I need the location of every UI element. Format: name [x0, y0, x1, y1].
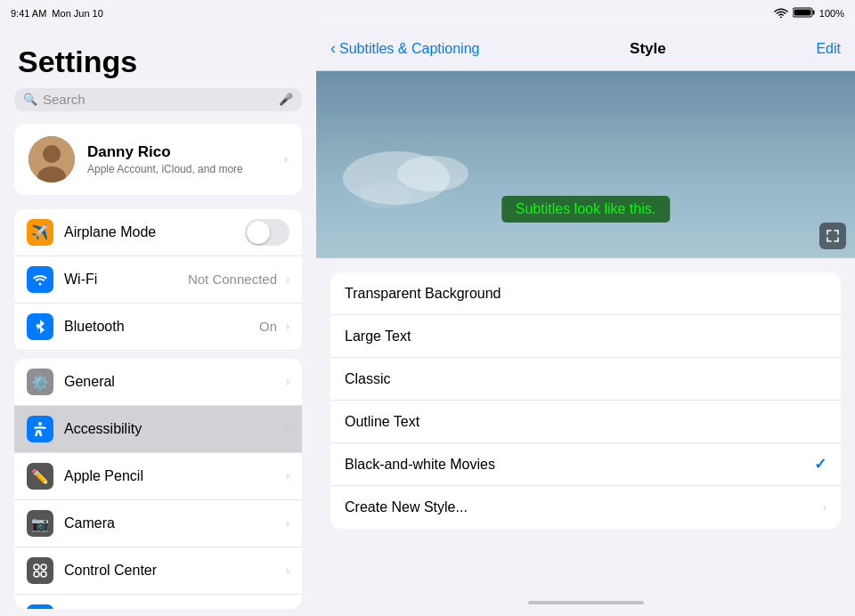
- svg-point-11: [38, 422, 42, 426]
- camera-icon: 📷: [27, 510, 53, 537]
- controlcenter-icon: [27, 557, 53, 584]
- settings-item-applepencil[interactable]: ✏️ Apple Pencil ›: [14, 453, 302, 500]
- settings-item-wifi[interactable]: Wi-Fi Not Connected ›: [14, 256, 302, 304]
- fullscreen-button[interactable]: [819, 223, 846, 249]
- bluetooth-icon: [27, 313, 53, 340]
- toggle-knob: [247, 221, 270, 244]
- svg-point-12: [34, 564, 39, 570]
- style-label-largetext: Large Text: [345, 328, 826, 344]
- avatar: [28, 136, 75, 182]
- accessibility-label: Accessibility: [64, 421, 282, 437]
- style-item-outline[interactable]: Outline Text: [330, 401, 841, 443]
- status-bar: 9:41 AM Mon Jun 10 100%: [0, 0, 855, 27]
- general-icon: ⚙️: [27, 369, 53, 395]
- createnew-chevron-icon: ›: [823, 501, 826, 514]
- style-group: Transparent Background Large Text Classi…: [330, 272, 841, 529]
- wifi-settings-icon: [27, 266, 53, 293]
- battery-percent: 100%: [819, 8, 844, 19]
- settings-item-accessibility[interactable]: Accessibility ›: [14, 406, 302, 453]
- checkmark-icon: ✓: [814, 455, 826, 474]
- svg-point-13: [41, 564, 46, 570]
- app-container: Settings 🔍 Search 🎤 Danny Rico Apple Acc…: [0, 27, 855, 616]
- edit-button[interactable]: Edit: [816, 41, 841, 57]
- controlcenter-chevron: ›: [286, 564, 289, 577]
- svg-point-7: [39, 282, 42, 285]
- settings-group-2: ⚙️ General › Accessibility › ✏️ Apple Pe…: [14, 359, 302, 609]
- style-label-outline: Outline Text: [345, 414, 826, 430]
- mic-icon: 🎤: [279, 93, 293, 106]
- nav-title: Style: [630, 40, 666, 58]
- display-icon: ☀️: [27, 604, 53, 609]
- nav-back-button[interactable]: ‹ Subtitles & Captioning: [330, 39, 479, 58]
- status-bar-right: 100%: [774, 7, 844, 20]
- settings-group-1: ✈️ Airplane Mode Wi-Fi Not Connected ›: [14, 209, 302, 352]
- home-bar: [528, 601, 644, 604]
- style-item-classic[interactable]: Classic: [330, 358, 841, 401]
- style-item-bwmovies[interactable]: Black-and-white Movies ✓: [330, 443, 841, 486]
- wifi-chevron: ›: [286, 273, 289, 286]
- battery-icon: [793, 7, 815, 20]
- svg-rect-2: [812, 11, 814, 15]
- date-display: Mon Jun 10: [52, 8, 102, 19]
- search-placeholder: Search: [43, 92, 273, 107]
- settings-item-general[interactable]: ⚙️ General ›: [14, 359, 302, 406]
- wifi-icon: [774, 7, 788, 20]
- accessibility-chevron: ›: [286, 423, 289, 435]
- bluetooth-label: Bluetooth: [64, 319, 259, 335]
- subtitle-preview-text: Subtitles look like this.: [501, 196, 670, 223]
- svg-point-14: [34, 571, 39, 577]
- settings-item-battery[interactable]: Battery ›: [14, 351, 302, 352]
- airplane-icon: ✈️: [27, 219, 53, 246]
- airplane-toggle[interactable]: [245, 219, 289, 246]
- style-item-transparent[interactable]: Transparent Background: [330, 272, 841, 315]
- style-label-bwmovies: Black-and-white Movies: [345, 457, 814, 473]
- style-label-transparent: Transparent Background: [345, 286, 826, 302]
- style-label-classic: Classic: [345, 371, 826, 387]
- home-indicator: [316, 589, 855, 616]
- style-list: Transparent Background Large Text Classi…: [316, 258, 855, 589]
- svg-point-15: [41, 571, 46, 577]
- svg-point-0: [780, 17, 782, 19]
- right-panel: ‹ Subtitles & Captioning Style Edit Subt…: [316, 27, 855, 616]
- airplane-label: Airplane Mode: [64, 224, 245, 240]
- applepencil-icon: ✏️: [27, 463, 53, 490]
- back-chevron-icon: ‹: [330, 39, 336, 58]
- controlcenter-label: Control Center: [64, 563, 282, 579]
- preview-area: Subtitles look like this.: [316, 71, 855, 258]
- applepencil-label: Apple Pencil: [64, 468, 282, 484]
- general-label: General: [64, 374, 282, 390]
- svg-rect-3: [794, 10, 810, 16]
- search-bar[interactable]: 🔍 Search 🎤: [14, 88, 302, 111]
- user-subtitle: Apple Account, iCloud, and more: [87, 163, 268, 175]
- sidebar-title: Settings: [0, 27, 316, 88]
- user-name: Danny Rico: [87, 143, 268, 161]
- nav-bar: ‹ Subtitles & Captioning Style Edit: [316, 27, 855, 71]
- style-label-createnew: Create New Style...: [345, 499, 823, 515]
- wifi-value: Not Connected: [188, 272, 277, 287]
- bluetooth-value: On: [259, 319, 277, 334]
- time-display: 9:41 AM: [11, 8, 46, 19]
- user-profile[interactable]: Danny Rico Apple Account, iCloud, and mo…: [14, 124, 302, 195]
- settings-sidebar: Settings 🔍 Search 🎤 Danny Rico Apple Acc…: [0, 27, 316, 616]
- settings-item-bluetooth[interactable]: Bluetooth On ›: [14, 304, 302, 351]
- applepencil-chevron: ›: [286, 470, 289, 482]
- search-icon: 🔍: [23, 93, 37, 106]
- settings-item-controlcenter[interactable]: Control Center ›: [14, 547, 302, 595]
- settings-item-camera[interactable]: 📷 Camera ›: [14, 500, 302, 547]
- style-item-largetext[interactable]: Large Text: [330, 315, 841, 358]
- user-info: Danny Rico Apple Account, iCloud, and mo…: [87, 143, 268, 175]
- accessibility-icon: [27, 416, 53, 442]
- settings-item-airplane[interactable]: ✈️ Airplane Mode: [14, 209, 302, 256]
- bluetooth-chevron: ›: [286, 320, 289, 333]
- status-bar-left: 9:41 AM Mon Jun 10: [11, 8, 103, 19]
- settings-item-display[interactable]: ☀️ Display & Brightness ›: [14, 595, 302, 609]
- general-chevron: ›: [286, 376, 289, 388]
- camera-chevron: ›: [286, 517, 289, 530]
- style-item-createnew[interactable]: Create New Style... ›: [330, 486, 841, 529]
- camera-label: Camera: [64, 515, 282, 531]
- user-profile-chevron: ›: [284, 153, 288, 166]
- back-label: Subtitles & Captioning: [339, 41, 479, 57]
- svg-point-5: [43, 145, 61, 163]
- wifi-label: Wi-Fi: [64, 272, 188, 288]
